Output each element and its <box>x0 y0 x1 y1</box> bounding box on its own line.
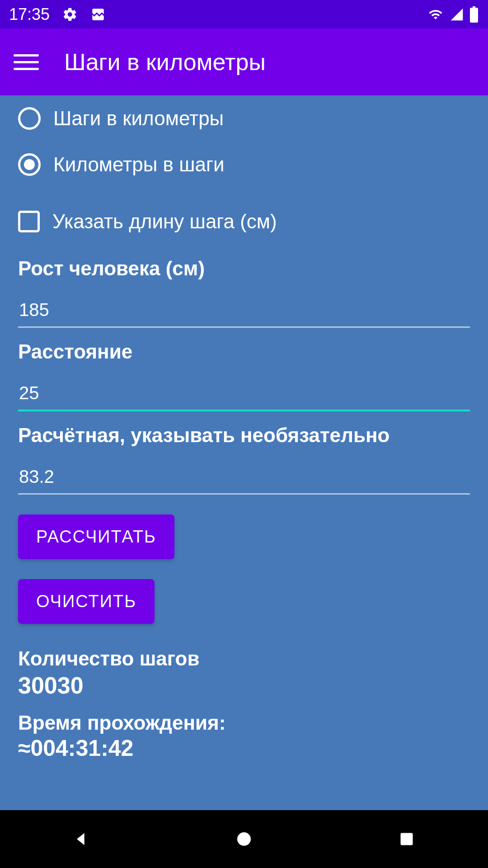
settings-icon <box>62 7 78 22</box>
status-right <box>427 6 479 23</box>
clear-button[interactable]: ОЧИСТИТЬ <box>18 579 155 624</box>
navigation-bar <box>0 810 488 868</box>
radio-icon <box>18 153 41 176</box>
app-title: Шаги в километры <box>64 48 266 75</box>
radio-label: Шаги в километры <box>53 107 224 130</box>
app-bar: Шаги в километры <box>0 28 488 95</box>
signal-icon <box>449 7 465 22</box>
nav-recent-button[interactable] <box>393 826 420 853</box>
height-label: Рост человека (см) <box>18 257 470 280</box>
status-time: 17:35 <box>9 5 50 24</box>
checkbox-label: Указать длину шага (см) <box>52 210 277 233</box>
svg-rect-1 <box>401 833 413 845</box>
distance-input[interactable] <box>18 379 470 411</box>
calculated-label: Расчётная, указывать необязательно <box>18 424 470 447</box>
time-label: Время прохождения: <box>18 712 470 734</box>
status-left: 17:35 <box>9 5 106 24</box>
radio-km-to-steps[interactable]: Километры в шаги <box>18 142 470 188</box>
wifi-icon <box>427 7 445 22</box>
calculate-button[interactable]: РАССЧИТАТЬ <box>18 514 174 559</box>
radio-steps-to-km[interactable]: Шаги в километры <box>18 95 470 142</box>
radio-icon <box>18 107 41 130</box>
menu-icon[interactable] <box>14 49 39 75</box>
content-area: Шаги в километры Километры в шаги Указат… <box>0 95 488 810</box>
nav-back-button[interactable] <box>68 826 95 853</box>
svg-point-0 <box>237 832 251 846</box>
distance-label: Расстояние <box>18 340 470 363</box>
calculated-input[interactable] <box>18 463 470 495</box>
checkbox-step-length[interactable]: Указать длину шага (см) <box>18 198 470 245</box>
steps-count-value: 30030 <box>18 672 470 699</box>
nav-home-button[interactable] <box>230 826 258 853</box>
status-bar: 17:35 <box>0 0 488 28</box>
radio-label: Километры в шаги <box>53 153 225 176</box>
broken-image-icon <box>90 7 106 22</box>
battery-icon <box>469 6 479 23</box>
checkbox-icon <box>18 211 40 232</box>
height-input[interactable] <box>18 296 470 328</box>
steps-count-label: Количество шагов <box>18 647 470 670</box>
time-value: ≈004:31:42 <box>18 735 470 761</box>
